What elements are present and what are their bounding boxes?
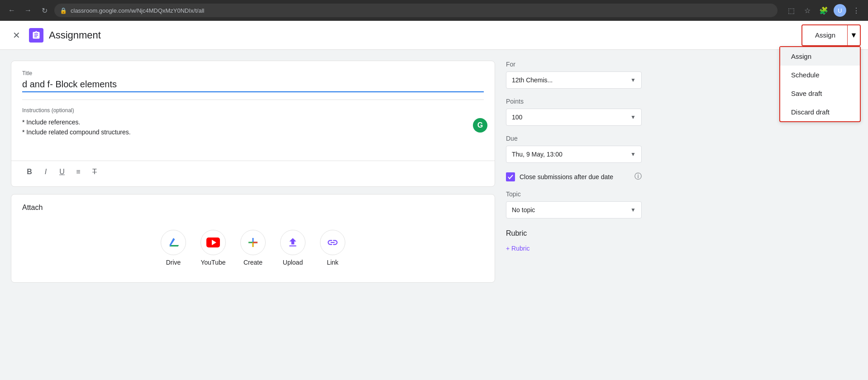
attach-buttons: Drive YouTube bbox=[22, 223, 484, 273]
user-avatar[interactable]: U bbox=[834, 4, 846, 17]
create-icon bbox=[247, 236, 259, 249]
add-rubric-label: + Rubric bbox=[506, 245, 530, 252]
italic-button[interactable]: I bbox=[38, 165, 53, 179]
attach-card: Attach Drive bbox=[11, 194, 495, 283]
forward-button[interactable]: → bbox=[22, 4, 34, 17]
for-dropdown[interactable]: 12th Chemis... ▼ bbox=[506, 71, 642, 89]
extension-button[interactable]: 🧩 bbox=[817, 4, 830, 17]
browser-chrome: ← → ↻ 🔒 classroom.google.com/w/Njc4MDQxM… bbox=[0, 0, 868, 21]
reload-button[interactable]: ↻ bbox=[38, 4, 51, 17]
formatting-toolbar: B I U ≡ T bbox=[11, 161, 495, 186]
drive-label: Drive bbox=[166, 259, 181, 266]
attach-label: Attach bbox=[22, 204, 484, 212]
assign-button-area: Assign ▼ Assign Schedule Save draft Disc… bbox=[801, 24, 861, 46]
topic-dropdown[interactable]: No topic ▼ bbox=[506, 201, 642, 218]
right-panel: For 12th Chemis... ▼ Points 100 ▼ Due Th… bbox=[506, 61, 642, 369]
points-value: 100 bbox=[512, 114, 522, 121]
app-container: ✕ Assignment Assign ▼ Assign Schedule Sa… bbox=[0, 21, 868, 380]
screen-cast-button[interactable]: ⬚ bbox=[785, 4, 797, 17]
assignment-form-card: Title Instructions (optional) * Include … bbox=[11, 61, 495, 187]
security-icon: 🔒 bbox=[60, 7, 67, 14]
due-dropdown[interactable]: Thu, 9 May, 13:00 ▼ bbox=[506, 146, 642, 163]
points-dropdown[interactable]: 100 ▼ bbox=[506, 109, 642, 126]
title-input[interactable] bbox=[22, 79, 484, 92]
instructions-section: Instructions (optional) * Include refere… bbox=[11, 100, 495, 161]
close-submissions-checkbox[interactable] bbox=[506, 172, 515, 181]
back-button[interactable]: ← bbox=[5, 4, 18, 17]
drive-attach-button[interactable]: Drive bbox=[161, 230, 186, 266]
assign-button-group: Assign ▼ bbox=[801, 24, 861, 46]
upload-icon bbox=[287, 237, 299, 248]
link-icon-container bbox=[320, 230, 345, 255]
due-dropdown-caret: ▼ bbox=[630, 151, 636, 157]
topic-section: Topic No topic ▼ bbox=[506, 190, 642, 218]
close-submissions-label: Close submissions after due date bbox=[520, 173, 630, 180]
points-section: Points 100 ▼ bbox=[506, 98, 642, 126]
address-bar[interactable]: 🔒 classroom.google.com/w/Njc4MDQxMzY0NDI… bbox=[54, 4, 777, 17]
drive-icon-container bbox=[161, 230, 186, 255]
assign-option[interactable]: Assign bbox=[780, 47, 860, 66]
rubric-section: Rubric + Rubric bbox=[506, 229, 642, 254]
create-label: Create bbox=[243, 259, 262, 266]
upload-icon-container bbox=[280, 230, 305, 255]
page-title: Assignment bbox=[49, 29, 801, 41]
youtube-icon bbox=[206, 238, 220, 247]
left-panel: Title Instructions (optional) * Include … bbox=[11, 61, 495, 369]
browser-actions: ⬚ ☆ 🧩 U ⋮ bbox=[785, 4, 863, 17]
instructions-text[interactable]: * Include references. * Include related … bbox=[22, 117, 484, 153]
assignment-svg-icon bbox=[32, 31, 41, 40]
points-dropdown-caret: ▼ bbox=[630, 114, 636, 120]
upload-label: Upload bbox=[283, 259, 303, 266]
for-value: 12th Chemis... bbox=[512, 76, 553, 84]
youtube-attach-button[interactable]: YouTube bbox=[200, 230, 226, 266]
link-attach-button[interactable]: Link bbox=[320, 230, 345, 266]
app-header: ✕ Assignment Assign ▼ Assign Schedule Sa… bbox=[0, 21, 868, 50]
topic-label: Topic bbox=[506, 190, 642, 198]
save-draft-option[interactable]: Save draft bbox=[780, 84, 860, 103]
instructions-wrapper: Instructions (optional) * Include refere… bbox=[11, 100, 495, 161]
menu-button[interactable]: ⋮ bbox=[850, 4, 863, 17]
bookmark-button[interactable]: ☆ bbox=[801, 4, 814, 17]
title-label: Title bbox=[22, 70, 484, 76]
schedule-option[interactable]: Schedule bbox=[780, 66, 860, 84]
close-button[interactable]: ✕ bbox=[7, 26, 25, 44]
bold-button[interactable]: B bbox=[22, 165, 37, 179]
discard-draft-option[interactable]: Discard draft bbox=[780, 103, 860, 121]
assignment-icon bbox=[29, 28, 43, 43]
instructions-label: Instructions (optional) bbox=[22, 107, 484, 114]
grammarly-icon[interactable]: G bbox=[473, 118, 487, 133]
title-section: Title bbox=[11, 61, 495, 100]
url-text: classroom.google.com/w/Njc4MDQxMzY0NDIx/… bbox=[71, 7, 204, 14]
add-rubric-button[interactable]: + Rubric bbox=[506, 243, 530, 254]
link-icon bbox=[327, 237, 339, 248]
info-icon[interactable]: ⓘ bbox=[634, 172, 642, 181]
main-content: Title Instructions (optional) * Include … bbox=[0, 50, 868, 380]
due-value: Thu, 9 May, 13:00 bbox=[512, 151, 563, 158]
for-label: For bbox=[506, 61, 642, 68]
close-submissions-row: Close submissions after due date ⓘ bbox=[506, 172, 642, 181]
topic-dropdown-caret: ▼ bbox=[630, 207, 636, 213]
strikethrough-button[interactable]: T bbox=[87, 165, 102, 179]
for-section: For 12th Chemis... ▼ bbox=[506, 61, 642, 89]
drive-icon bbox=[167, 236, 180, 249]
due-section: Due Thu, 9 May, 13:00 ▼ bbox=[506, 135, 642, 163]
underline-button[interactable]: U bbox=[55, 165, 69, 179]
youtube-label: YouTube bbox=[200, 259, 225, 266]
checkbox-check-icon bbox=[507, 174, 514, 180]
youtube-icon-container bbox=[200, 230, 226, 255]
topic-value: No topic bbox=[512, 206, 535, 214]
points-label: Points bbox=[506, 98, 642, 105]
rubric-label: Rubric bbox=[506, 229, 642, 238]
assign-dropdown-menu: Assign Schedule Save draft Discard draft bbox=[779, 46, 861, 122]
create-attach-button[interactable]: Create bbox=[240, 230, 266, 266]
list-button[interactable]: ≡ bbox=[71, 165, 86, 179]
for-dropdown-caret: ▼ bbox=[630, 77, 636, 83]
assign-dropdown-toggle[interactable]: ▼ bbox=[847, 25, 860, 45]
link-label: Link bbox=[327, 259, 339, 266]
assign-button[interactable]: Assign bbox=[802, 25, 848, 45]
due-label: Due bbox=[506, 135, 642, 142]
create-icon-container bbox=[240, 230, 266, 255]
upload-attach-button[interactable]: Upload bbox=[280, 230, 305, 266]
